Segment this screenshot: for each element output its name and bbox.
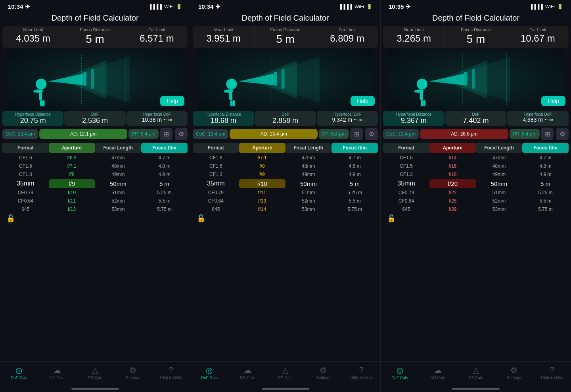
table-section: Format Aperture Focal Length Focus ft/m … [2,143,188,360]
table-rows: CF1.6 f/14 47mm 4.7 m CF1.5 f/16 48mm 4.… [383,154,569,213]
wifi-icon: WiFi [545,4,555,10]
hypdof-label: Hyperfocal DoF [509,112,567,117]
near-limit-cell: Near Limit 4.035 m [2,26,64,48]
table-row: CF1.3 f/9 49mm 4.9 m [193,170,378,178]
hyperfocal-label: Hyperfocal Distance [194,112,252,117]
signal-icon: ▐▐▐▐ [339,4,352,10]
bottom-nav: ◎ DoF Calc ☁ ND Calc △ ES Calc ⚙ Setting… [190,361,380,386]
far-limit-value: 10.67 m [508,32,568,46]
nav-item-dof-calc[interactable]: ◎ DoF Calc [381,364,419,382]
td-format: CF1.5 [193,162,239,170]
coc-pill: CoC: 13.4 μm [383,129,419,139]
nav-item-dof-calc[interactable]: ◎ DoF Calc [0,364,38,382]
hyperfocal-row: Hyperfocal Distance 9.367 m DoF 7.402 m … [383,111,569,126]
near-limit-label: Near Limit [3,27,63,32]
nav-item-settings[interactable]: ⚙ Settings [495,364,533,382]
dof-label: DoF [256,112,314,117]
th-focus: Focus ft/m [522,143,569,153]
nav-item-nd-calc[interactable]: ☁ ND Calc [38,364,76,382]
table-row: CF0.79 f/11 51mm 5.25 m [193,189,378,197]
hypdof-cell: Hyperfocal DoF 9.342 m ~ ∞ [317,111,378,126]
td-focal: 50mm [286,179,332,188]
settings-icon-btn[interactable]: ⚙ [365,128,378,140]
td-aperture: f/13 [49,205,95,213]
coc-row: CoC: 13.4 μm AD: 13.4 μm PP: 5.4 μm ⊞ ⚙ [193,128,378,140]
dof-header-row: Near Limit 3.951 m Focus Distance 5 m Fa… [193,26,378,48]
td-focus: 5.5 m [141,197,188,205]
nav-item-nd-calc[interactable]: ☁ ND Calc [419,364,457,382]
nav-label: Help & Links [541,375,563,380]
nav-item-nd-calc[interactable]: ☁ ND Calc [228,364,266,382]
viz-area: Help [0,49,190,110]
ad-pill[interactable]: AD: 13.4 μm [230,129,318,139]
nav-icon: ⚙ [129,365,136,375]
td-focus: 5 m [141,179,188,188]
help-button[interactable]: Help [160,96,184,106]
table-row: 35mm f/10 50mm 5 m [193,179,378,188]
help-button[interactable]: Help [351,96,375,106]
table-header: Format Aperture Focal Length Focus ft/m [2,143,188,153]
td-format: 645 [2,205,49,213]
td-format: CF0.64 [2,197,49,205]
bottom-nav: ◎ DoF Calc ☁ ND Calc △ ES Calc ⚙ Setting… [381,361,571,386]
td-focal: 50mm [476,179,522,188]
coc-pill: CoC: 13.4 μm [193,129,228,139]
calculator-icon-btn[interactable]: ⊞ [160,128,172,140]
nav-item-settings[interactable]: ⚙ Settings [114,364,152,382]
svg-point-5 [36,79,46,90]
td-aperture: f/8 [239,162,286,170]
nav-item-es-calc[interactable]: △ ES Calc [266,364,305,382]
nav-item-es-calc[interactable]: △ ES Calc [457,364,495,382]
nav-item-dof-calc[interactable]: ◎ DoF Calc [190,364,228,382]
td-aperture: f/6.3 [49,154,95,162]
nav-icon: ⚙ [320,365,327,375]
hypdof-value: 4.683 m ~ ∞ [509,117,567,123]
td-aperture: f/13 [239,197,286,205]
td-focus: 5 m [331,179,378,188]
th-format: Format [383,143,429,153]
help-button[interactable]: Help [541,96,565,106]
nav-icon: ◎ [15,365,22,375]
nav-item-es-calc[interactable]: △ ES Calc [76,364,114,382]
nav-icon: ◎ [206,365,213,375]
near-limit-value: 3.265 m [384,32,444,46]
table-row: CF1.3 f/8 49mm 4.9 m [2,170,188,178]
nav-item-help-&-links[interactable]: ? Help & Links [342,364,380,382]
ad-pill[interactable]: AD: 12.1 μm [39,129,127,139]
td-focus: 4.9 m [141,170,188,178]
coc-icons: ⊞ ⚙ [541,128,569,140]
pp-pill: PP: 5.4 μm [319,129,349,139]
bottom-nav: ◎ DoF Calc ☁ ND Calc △ ES Calc ⚙ Setting… [0,361,190,386]
status-bar: 10:34 ✈ ▐▐▐▐ WiFi 🔋 [190,0,380,12]
table-row: CF0.64 f/13 52mm 5.5 m [193,197,378,205]
table-row: CF1.5 f/8 48mm 4.8 m [193,162,378,170]
home-indicator [71,388,119,390]
svg-rect-27 [282,69,285,88]
svg-rect-8 [40,100,42,107]
calculator-icon-btn[interactable]: ⊞ [350,128,363,140]
nav-item-help-&-links[interactable]: ? Help & Links [152,364,190,382]
nav-item-help-&-links[interactable]: ? Help & Links [533,364,571,382]
td-format: CF0.79 [2,189,49,197]
hyperfocal-cell: Hyperfocal Distance 20.75 m [2,111,63,126]
nav-item-settings[interactable]: ⚙ Settings [304,364,342,382]
dof-value: 2.536 m [66,117,124,125]
settings-icon-btn[interactable]: ⚙ [556,128,569,140]
table-row: CF1.5 f/7.1 48mm 4.8 m [2,162,188,170]
svg-rect-9 [42,100,45,107]
ad-pill[interactable]: AD: 26.8 μm [420,129,508,139]
calculator-icon-btn[interactable]: ⊞ [541,128,554,140]
td-focal: 47mm [95,154,142,162]
td-focus: 4.9 m [522,170,569,178]
app-title: Depth of Field Calculator [381,12,571,26]
svg-rect-13 [91,69,94,88]
wifi-icon: WiFi [164,4,174,10]
td-aperture: f/7.1 [49,162,95,170]
coc-pill: CoC: 13.4 μm [2,129,38,139]
app-title: Depth of Field Calculator [190,12,380,26]
table-section: Format Aperture Focal Length Focus ft/m … [383,143,569,360]
settings-icon-btn[interactable]: ⚙ [175,128,188,140]
td-focal: 52mm [476,197,522,205]
nav-label: Settings [316,376,330,380]
td-focus: 5.25 m [141,189,188,197]
